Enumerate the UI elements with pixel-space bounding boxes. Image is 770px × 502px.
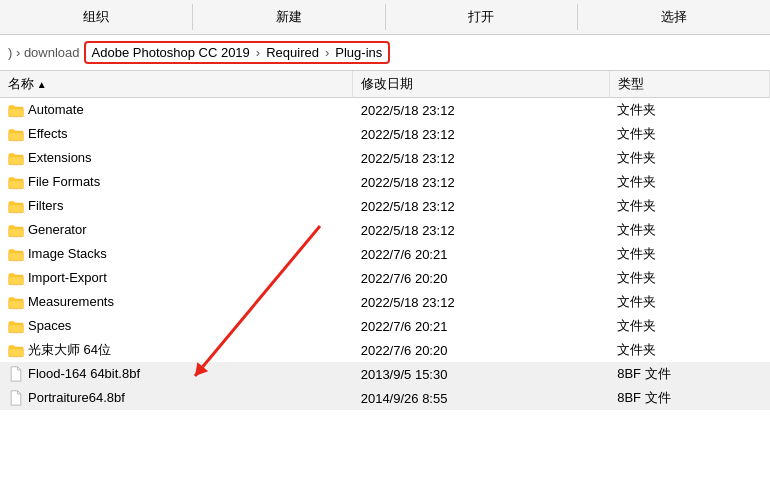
table-row[interactable]: Flood-164 64bit.8bf2013/9/5 15:308BF 文件	[0, 362, 770, 386]
cell-type: 文件夹	[609, 290, 769, 314]
cell-name: Image Stacks	[0, 242, 353, 266]
breadcrumb-highlighted[interactable]: Adobe Photoshop CC 2019 › Required › Plu…	[84, 41, 391, 64]
table-row[interactable]: Portraiture64.8bf2014/9/26 8:558BF 文件	[0, 386, 770, 410]
cell-name: Automate	[0, 98, 353, 123]
col-header-name[interactable]: 名称	[0, 71, 353, 98]
table-row[interactable]: Generator2022/5/18 23:12文件夹	[0, 218, 770, 242]
cell-type: 8BF 文件	[609, 386, 769, 410]
table-row[interactable]: Effects2022/5/18 23:12文件夹	[0, 122, 770, 146]
cell-date: 2022/7/6 20:20	[353, 338, 610, 362]
svg-rect-7	[9, 276, 23, 284]
cell-date: 2022/5/18 23:12	[353, 146, 610, 170]
cell-type: 文件夹	[609, 122, 769, 146]
table-row[interactable]: Spaces2022/7/6 20:21文件夹	[0, 314, 770, 338]
cell-type: 文件夹	[609, 218, 769, 242]
cell-date: 2022/7/6 20:20	[353, 266, 610, 290]
toolbar: 组织 新建 打开 选择	[0, 0, 770, 35]
cell-type: 文件夹	[609, 194, 769, 218]
folder-icon	[8, 200, 24, 214]
col-header-date[interactable]: 修改日期	[353, 71, 610, 98]
folder-icon	[8, 224, 24, 238]
folder-icon	[8, 128, 24, 142]
cell-name: Import-Export	[0, 266, 353, 290]
toolbar-btn-open[interactable]: 打开	[386, 4, 579, 30]
cell-name: Measurements	[0, 290, 353, 314]
toolbar-btn-new[interactable]: 新建	[193, 4, 386, 30]
cell-date: 2022/5/18 23:12	[353, 98, 610, 123]
cell-type: 文件夹	[609, 314, 769, 338]
cell-type: 8BF 文件	[609, 362, 769, 386]
svg-rect-10	[9, 348, 23, 356]
toolbar-btn-select[interactable]: 选择	[578, 4, 770, 30]
breadcrumb-seg-1[interactable]: Required	[266, 45, 319, 60]
svg-rect-8	[9, 300, 23, 308]
cell-name: 光束大师 64位	[0, 338, 353, 362]
folder-icon	[8, 272, 24, 286]
table-row[interactable]: Automate2022/5/18 23:12文件夹	[0, 98, 770, 123]
table-row[interactable]: 光束大师 64位2022/7/6 20:20文件夹	[0, 338, 770, 362]
table-header-row: 名称 修改日期 类型	[0, 71, 770, 98]
cell-date: 2022/5/18 23:12	[353, 218, 610, 242]
cell-type: 文件夹	[609, 266, 769, 290]
table-row[interactable]: Extensions2022/5/18 23:12文件夹	[0, 146, 770, 170]
folder-icon	[8, 104, 24, 118]
file-icon	[8, 390, 24, 406]
cell-name: Flood-164 64bit.8bf	[0, 362, 353, 386]
cell-name: Filters	[0, 194, 353, 218]
table-row[interactable]: Image Stacks2022/7/6 20:21文件夹	[0, 242, 770, 266]
folder-icon	[8, 320, 24, 334]
cell-date: 2013/9/5 15:30	[353, 362, 610, 386]
breadcrumb-seg-0[interactable]: Adobe Photoshop CC 2019	[92, 45, 250, 60]
cell-name: Spaces	[0, 314, 353, 338]
cell-name: File Formats	[0, 170, 353, 194]
cell-date: 2022/5/18 23:12	[353, 194, 610, 218]
folder-icon	[8, 248, 24, 262]
table-row[interactable]: Filters2022/5/18 23:12文件夹	[0, 194, 770, 218]
folder-icon	[8, 296, 24, 310]
svg-rect-3	[9, 180, 23, 188]
cell-name: Effects	[0, 122, 353, 146]
cell-date: 2022/5/18 23:12	[353, 170, 610, 194]
cell-date: 2022/5/18 23:12	[353, 290, 610, 314]
cell-type: 文件夹	[609, 170, 769, 194]
cell-name: Generator	[0, 218, 353, 242]
toolbar-btn-organize[interactable]: 组织	[0, 4, 193, 30]
cell-type: 文件夹	[609, 146, 769, 170]
cell-type: 文件夹	[609, 98, 769, 123]
svg-rect-9	[9, 324, 23, 332]
svg-rect-6	[9, 252, 23, 260]
folder-icon	[8, 344, 24, 358]
svg-rect-2	[9, 156, 23, 164]
file-list: 名称 修改日期 类型 Automate2022/5/18 23:12文件夹 Ef…	[0, 71, 770, 410]
file-icon	[8, 366, 24, 382]
folder-icon	[8, 152, 24, 166]
cell-type: 文件夹	[609, 242, 769, 266]
table-row[interactable]: File Formats2022/5/18 23:12文件夹	[0, 170, 770, 194]
breadcrumb: ) › download Adobe Photoshop CC 2019 › R…	[0, 35, 770, 71]
breadcrumb-seg-2[interactable]: Plug-ins	[335, 45, 382, 60]
cell-date: 2022/7/6 20:21	[353, 314, 610, 338]
folder-icon	[8, 176, 24, 190]
col-header-type[interactable]: 类型	[609, 71, 769, 98]
svg-rect-4	[9, 204, 23, 212]
breadcrumb-prefix: ) › download	[8, 45, 80, 60]
file-list-container: 名称 修改日期 类型 Automate2022/5/18 23:12文件夹 Ef…	[0, 71, 770, 410]
cell-type: 文件夹	[609, 338, 769, 362]
cell-name: Extensions	[0, 146, 353, 170]
svg-rect-0	[9, 108, 23, 116]
cell-date: 2022/5/18 23:12	[353, 122, 610, 146]
svg-rect-1	[9, 132, 23, 140]
table-row[interactable]: Import-Export2022/7/6 20:20文件夹	[0, 266, 770, 290]
cell-date: 2022/7/6 20:21	[353, 242, 610, 266]
table-row[interactable]: Measurements2022/5/18 23:12文件夹	[0, 290, 770, 314]
cell-name: Portraiture64.8bf	[0, 386, 353, 410]
svg-rect-5	[9, 228, 23, 236]
cell-date: 2014/9/26 8:55	[353, 386, 610, 410]
